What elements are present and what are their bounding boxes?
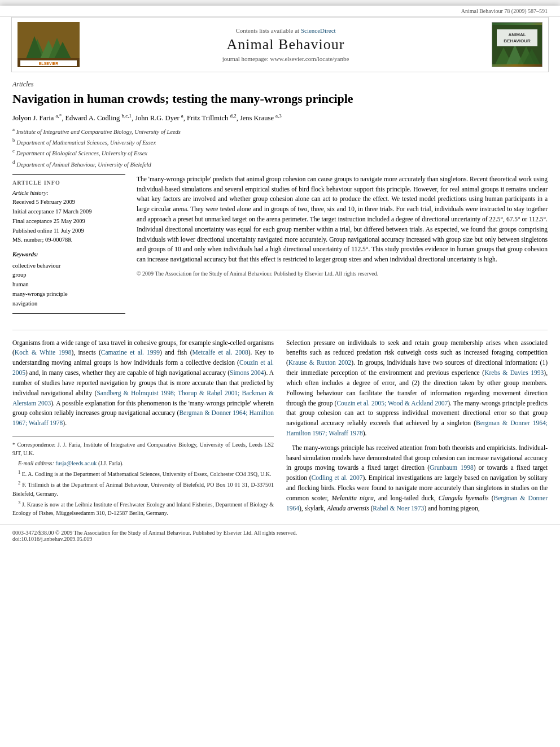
footnote-3: 3 J. Krause is now at the Leibniz Instit… bbox=[12, 500, 274, 517]
article-info-col: ARTICLE INFO Article history: Received 5… bbox=[12, 174, 125, 314]
keyword-4: many-wrongs principle bbox=[12, 290, 125, 299]
ref-codling[interactable]: Codling et al. 2007 bbox=[312, 474, 363, 481]
journal-meta-ref: Animal Behaviour 78 (2009) 587–591 bbox=[461, 8, 548, 14]
svg-text:ELSEVIER: ELSEVIER bbox=[39, 62, 59, 65]
page-footer: 0003-3472/$38.00 © 2009 The Association … bbox=[0, 525, 560, 547]
copyright-line: © 2009 The Association for the Study of … bbox=[137, 269, 548, 278]
ref-simons[interactable]: Simons 2004 bbox=[230, 369, 264, 376]
body-left-col: Organisms from a wide range of taxa trav… bbox=[12, 338, 274, 519]
section-divider bbox=[12, 330, 548, 330]
ref-krebs-davies[interactable]: Krebs & Davies 1993 bbox=[484, 369, 544, 376]
ref-koch-white[interactable]: Koch & White 1998 bbox=[15, 349, 72, 356]
ref-camazine[interactable]: Camazine et al. 1999 bbox=[101, 349, 160, 356]
ref-rabol[interactable]: Rabøl & Noer 1973 bbox=[373, 505, 424, 512]
footnotes: * Correspondence: J. J. Faria, Institute… bbox=[12, 436, 274, 517]
svg-text:ANIMAL: ANIMAL bbox=[508, 32, 526, 37]
footnote-correspondence: * Correspondence: J. J. Faria, Institute… bbox=[12, 440, 274, 457]
svg-text:BEHAVIOUR: BEHAVIOUR bbox=[504, 38, 531, 43]
body-right-para-1: Selection pressure on individuals to see… bbox=[286, 338, 548, 439]
journal-homepage: journal homepage: www.elsevier.com/locat… bbox=[85, 55, 486, 62]
info-abstract-section: ARTICLE INFO Article history: Received 5… bbox=[12, 174, 548, 314]
article-page: Animal Behaviour 78 (2009) 587–591 ELSEV… bbox=[0, 6, 560, 747]
sciencedirect-link-text[interactable]: ScienceDirect bbox=[301, 27, 336, 34]
journal-title: Animal Behaviour bbox=[85, 36, 486, 53]
history-final: Final acceptance 25 May 2009 bbox=[12, 217, 125, 226]
history-initial: Initial acceptance 17 March 2009 bbox=[12, 208, 125, 216]
ref-grunbaum[interactable]: Grunbaum 1998 bbox=[430, 464, 474, 471]
footnote-1: 1 E. A. Codling is at the Department of … bbox=[12, 469, 274, 478]
authors-line: Jolyon J. Faria a,*, Edward A. Codling b… bbox=[12, 113, 548, 123]
abstract-text: The 'many-wrongs principle' predicts tha… bbox=[137, 174, 548, 278]
ref-bergman-hamilton[interactable]: Bergman & Donner 1964; Hamilton 1967; Wa… bbox=[286, 420, 548, 436]
keywords-section: Keywords: collective behaviour group hum… bbox=[12, 250, 125, 309]
section-label: Articles bbox=[12, 80, 548, 89]
keyword-5: navigation bbox=[12, 299, 125, 309]
email-link[interactable]: fusja@leeds.ac.uk bbox=[55, 460, 97, 466]
abstract-col: The 'many-wrongs principle' predicts tha… bbox=[137, 174, 548, 314]
keywords-label: Keywords: bbox=[12, 250, 125, 260]
body-left-para-1: Organisms from a wide range of taxa trav… bbox=[12, 338, 274, 429]
history-label: Article history: bbox=[12, 190, 49, 196]
history-received: Received 5 February 2009 bbox=[12, 198, 125, 207]
article-history: Article history: Received 5 February 200… bbox=[12, 189, 125, 244]
body-right-col: Selection pressure on individuals to see… bbox=[286, 338, 548, 519]
footnote-email: E-mail address: fusja@leeds.ac.uk (J.J. … bbox=[12, 459, 274, 468]
ref-couzin-wood[interactable]: Couzin et al. 2005; Wood & Ackland 2007 bbox=[336, 400, 448, 407]
sciencedirect-line: Contents lists available at ScienceDirec… bbox=[85, 27, 486, 34]
journal-banner: ELSEVIER Contents lists available at Sci… bbox=[11, 17, 549, 72]
history-published: Published online 11 July 2009 bbox=[12, 227, 125, 235]
article-title: Navigation in human crowds; testing the … bbox=[12, 91, 548, 107]
banner-center: Contents lists available at ScienceDirec… bbox=[85, 27, 486, 62]
keyword-1: collective behaviour bbox=[12, 261, 125, 271]
ref-metcalfe[interactable]: Metcalfe et al. 2008 bbox=[192, 349, 248, 356]
ref-krause-ruxton[interactable]: Krause & Ruxton 2002 bbox=[288, 359, 351, 366]
body-section: Organisms from a wide range of taxa trav… bbox=[0, 338, 560, 519]
affiliations: a Institute of Integrative and Comparati… bbox=[12, 126, 548, 169]
footnote-2: 2 F. Trillmich is at the Department of A… bbox=[12, 480, 274, 497]
keyword-2: group bbox=[12, 270, 125, 280]
keyword-3: human bbox=[12, 280, 125, 290]
ref-sandberg[interactable]: Sandberg & Holmquist 1998; Thorup & Rabø… bbox=[12, 390, 274, 407]
elsevier-logo-area: ELSEVIER bbox=[18, 22, 80, 67]
ref-bergman-1964[interactable]: Bergman & Donner 1964; Hamilton 1967; Wa… bbox=[12, 409, 274, 426]
ab-logo-area: ANIMAL BEHAVIOUR bbox=[492, 22, 542, 67]
article-info-header: ARTICLE INFO bbox=[12, 180, 125, 186]
history-ms: MS. number; 09-00078R bbox=[12, 236, 125, 244]
footer-issn: 0003-3472/$38.00 © 2009 The Association … bbox=[12, 530, 548, 536]
body-right-para-2: The many-wrongs principle has received a… bbox=[286, 443, 548, 514]
footer-doi: doi:10.1016/j.anbehav.2009.05.019 bbox=[12, 536, 548, 542]
article-content: Articles Navigation in human crowds; tes… bbox=[0, 72, 560, 322]
